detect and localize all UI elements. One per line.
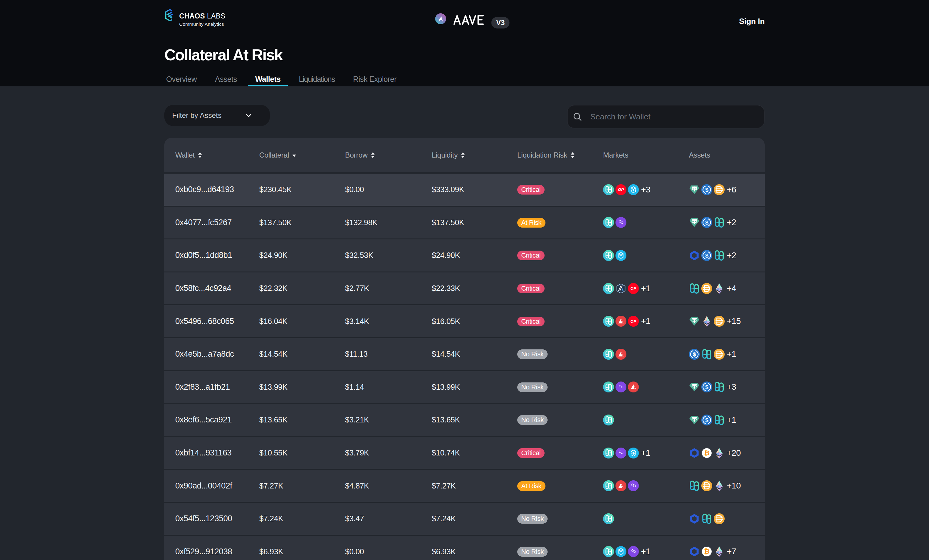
svg-text:$: $	[705, 417, 708, 423]
svg-text:$: $	[693, 351, 696, 357]
svg-text:$: $	[705, 384, 708, 390]
svg-text:$: $	[705, 187, 708, 193]
svg-text:$: $	[705, 252, 708, 259]
svg-text:$: $	[705, 219, 708, 226]
